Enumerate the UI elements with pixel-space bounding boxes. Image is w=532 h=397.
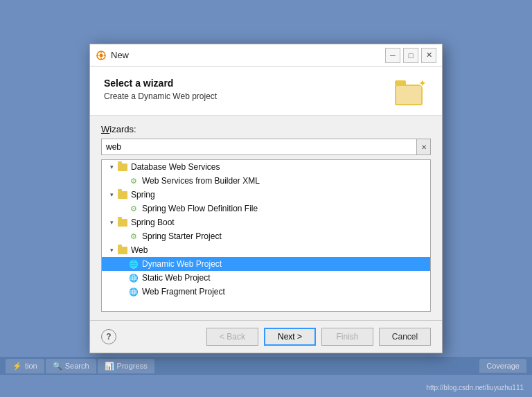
folder-icon	[117, 217, 128, 228]
eclipse-tab-bar: ⚡ tion 🔍 Search 📊 Progress Coverage	[0, 357, 532, 375]
window-controls: ─ □ ✕	[385, 48, 436, 63]
web-icon: 🌐	[128, 272, 139, 283]
dialog-header: Select a wizard Create a Dynamic Web pro…	[90, 67, 442, 116]
dialog-title: New	[111, 50, 381, 60]
search-row: ✕	[101, 139, 431, 155]
spacer-icon	[118, 232, 127, 240]
tree-item-db-web-services[interactable]: ▾ Database Web Services	[102, 160, 430, 174]
tree-item-web-fragment[interactable]: 🌐 Web Fragment Project	[102, 285, 430, 299]
tree-item-dynamic-web[interactable]: 🌐 Dynamic Web Project	[102, 257, 430, 271]
expand-icon: ▾	[107, 163, 116, 171]
eclipse-tab-action[interactable]: ⚡ tion	[6, 359, 44, 373]
next-button[interactable]: Next >	[264, 328, 316, 346]
wizard-header-icon: ✦	[395, 78, 428, 105]
action-icon: ⚡	[12, 362, 22, 371]
url-bar: http://blog.csdn.net/liuyuzhu111	[426, 384, 524, 391]
svg-rect-2	[100, 51, 102, 53]
spacer-icon	[118, 274, 127, 282]
wizard-tree[interactable]: ▾ Database Web Services ⚙ Web Services f…	[101, 159, 431, 312]
minimize-button[interactable]: ─	[385, 48, 400, 63]
eclipse-tab-progress[interactable]: 📊 Progress	[98, 359, 154, 373]
header-text: Select a wizard Create a Dynamic Web pro…	[104, 78, 217, 101]
back-button[interactable]: < Back	[206, 328, 258, 346]
svg-rect-3	[100, 58, 102, 60]
svg-rect-5	[104, 55, 106, 56]
expand-icon: ▾	[107, 191, 116, 199]
search-tab-icon: 🔍	[53, 362, 62, 371]
eclipse-icon	[96, 51, 106, 60]
spacer-icon	[118, 204, 127, 213]
search-clear-button[interactable]: ✕	[417, 139, 431, 155]
eclipse-tab-search[interactable]: 🔍 Search	[46, 359, 96, 373]
folder-overlay	[396, 86, 421, 104]
search-input[interactable]	[101, 139, 417, 155]
dialog-body: Wizards: ✕ ▾ Database Web Services ⚙ Web…	[90, 116, 442, 320]
spring-icon: ⚙	[128, 175, 139, 186]
eclipse-tab-coverage[interactable]: Coverage	[479, 359, 526, 373]
expand-icon: ▾	[107, 218, 116, 227]
close-button[interactable]: ✕	[421, 48, 436, 63]
finish-button[interactable]: Finish	[321, 328, 373, 346]
spring-icon: ⚙	[128, 203, 139, 214]
svg-rect-4	[97, 55, 99, 56]
new-wizard-dialog: New ─ □ ✕ Select a wizard Create a Dynam…	[89, 44, 443, 353]
progress-icon: 📊	[105, 362, 114, 371]
svg-point-1	[100, 53, 103, 57]
tree-item-spring[interactable]: ▾ Spring	[102, 188, 430, 202]
folder-icon	[117, 189, 128, 200]
spacer-icon	[118, 177, 127, 185]
tree-item-spring-web-flow[interactable]: ⚙ Spring Web Flow Definition File	[102, 202, 430, 215]
dialog-footer: ? < Back Next > Finish Cancel	[90, 320, 442, 353]
cancel-button[interactable]: Cancel	[379, 328, 431, 346]
folder-icon	[117, 161, 128, 173]
expand-icon: ▾	[107, 246, 116, 254]
wizards-label: Wizards:	[101, 124, 431, 134]
header-subtitle: Create a Dynamic Web project	[104, 91, 217, 101]
web-icon: 🌐	[128, 258, 139, 270]
help-button[interactable]: ?	[101, 329, 116, 344]
folder-icon	[117, 245, 128, 256]
title-bar: New ─ □ ✕	[90, 44, 442, 67]
spacer-icon	[118, 288, 127, 296]
tree-item-web-services-builder[interactable]: ⚙ Web Services from Builder XML	[102, 174, 430, 188]
dialog-icon	[96, 50, 107, 61]
spring-icon: ⚙	[128, 231, 139, 242]
spacer-icon	[118, 260, 127, 268]
tree-item-spring-starter[interactable]: ⚙ Spring Starter Project	[102, 229, 430, 243]
tree-item-web[interactable]: ▾ Web	[102, 243, 430, 257]
header-title: Select a wizard	[104, 78, 217, 89]
maximize-button[interactable]: □	[403, 48, 418, 63]
tree-item-spring-boot[interactable]: ▾ Spring Boot	[102, 215, 430, 229]
web-icon: 🌐	[128, 286, 139, 297]
sparkle-icon: ✦	[418, 78, 427, 89]
tree-item-static-web[interactable]: 🌐 Static Web Project	[102, 271, 430, 285]
